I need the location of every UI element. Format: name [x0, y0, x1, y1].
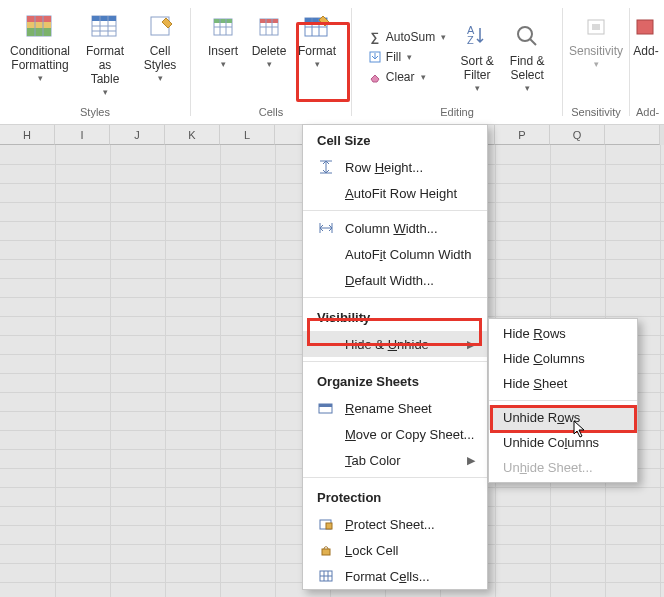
menu-autofit-row-height[interactable]: AutoFit Row Height: [303, 180, 487, 206]
fill-icon: [368, 50, 382, 64]
col-header[interactable]: H: [0, 125, 55, 145]
addins-button[interactable]: Add-: [630, 4, 662, 58]
menu-section-visibility: Visibility: [303, 302, 487, 331]
submenu-hide-columns[interactable]: Hide Columns: [489, 346, 637, 371]
sigma-icon: ∑: [368, 30, 382, 44]
svg-rect-3: [27, 28, 51, 36]
col-header[interactable]: Q: [550, 125, 605, 145]
group-styles: ConditionalFormatting ▾ Format asTable ▾…: [0, 0, 190, 124]
menu-rename-sheet[interactable]: Rename Sheet: [303, 395, 487, 421]
chevron-right-icon: ▶: [467, 338, 475, 351]
chevron-down-icon: ▾: [407, 52, 412, 62]
menu-column-width[interactable]: Column Width...: [303, 215, 487, 241]
group-cells: Insert ▾ Delete ▾ Format ▾: [191, 0, 351, 124]
insert-icon: [207, 10, 239, 42]
protect-sheet-icon: [317, 516, 335, 532]
group-label-sensitivity: Sensitivity: [569, 103, 623, 122]
delete-button[interactable]: Delete ▾: [246, 4, 292, 69]
menu-default-width[interactable]: Default Width...: [303, 267, 487, 293]
sort-filter-icon: AZ: [461, 20, 493, 52]
row-height-icon: [317, 159, 335, 175]
col-header[interactable]: [605, 125, 660, 145]
col-header[interactable]: J: [110, 125, 165, 145]
group-sensitivity: Sensitivity ▾ Sensitivity: [563, 0, 629, 124]
addins-icon: [630, 10, 662, 42]
lock-cell-icon: [317, 542, 335, 558]
menu-section-cell-size: Cell Size: [303, 125, 487, 154]
autosum-button[interactable]: ∑ AutoSum ▾: [362, 27, 452, 47]
find-select-button[interactable]: Find &Select ▾: [502, 14, 552, 93]
svg-rect-14: [214, 19, 232, 23]
chevron-down-icon: ▾: [38, 73, 43, 83]
hide-unhide-submenu: Hide Rows Hide Columns Hide Sheet Unhide…: [488, 318, 638, 483]
menu-protect-sheet[interactable]: Protect Sheet...: [303, 511, 487, 537]
svg-rect-2: [27, 22, 51, 28]
svg-rect-34: [592, 24, 600, 30]
menu-section-protection: Protection: [303, 482, 487, 511]
chevron-down-icon: ▾: [315, 59, 320, 69]
fill-button[interactable]: Fill ▾: [362, 47, 452, 67]
cell-styles-button[interactable]: CellStyles ▾: [136, 4, 184, 83]
format-as-table-button[interactable]: Format asTable ▾: [74, 4, 136, 97]
submenu-unhide-rows[interactable]: Unhide Rows: [489, 405, 637, 430]
menu-row-height[interactable]: Row Height...: [303, 154, 487, 180]
format-as-table-icon: [89, 10, 121, 42]
find-select-label: Find &Select: [510, 54, 545, 82]
svg-point-31: [518, 27, 532, 41]
svg-text:Z: Z: [467, 34, 474, 46]
insert-button[interactable]: Insert ▾: [200, 4, 246, 69]
svg-line-32: [530, 39, 536, 45]
cell-styles-icon: [144, 10, 176, 42]
chevron-down-icon: ▾: [103, 87, 108, 97]
group-editing: ∑ AutoSum ▾ Fill ▾ Clear ▾: [352, 0, 562, 124]
menu-section-organize-sheets: Organize Sheets: [303, 366, 487, 395]
conditional-formatting-label: ConditionalFormatting: [10, 44, 70, 72]
format-dropdown-menu: Cell Size Row Height... AutoFit Row Heig…: [302, 124, 488, 590]
format-cells-icon: [317, 568, 335, 584]
menu-lock-cell[interactable]: Lock Cell: [303, 537, 487, 563]
sensitivity-button[interactable]: Sensitivity ▾: [565, 4, 627, 69]
menu-format-cells[interactable]: Format Cells...: [303, 563, 487, 589]
chevron-down-icon: ▾: [594, 59, 599, 69]
svg-rect-44: [322, 549, 330, 555]
format-button[interactable]: Format ▾: [292, 4, 342, 69]
insert-label: Insert: [208, 44, 238, 58]
clear-label: Clear: [386, 70, 415, 84]
chevron-right-icon: ▶: [467, 454, 475, 467]
addins-label: Add-: [633, 44, 658, 58]
format-icon: [301, 10, 333, 42]
cell-styles-label: CellStyles: [144, 44, 177, 72]
submenu-unhide-columns[interactable]: Unhide Columns: [489, 430, 637, 455]
chevron-down-icon: ▾: [421, 72, 426, 82]
col-header[interactable]: K: [165, 125, 220, 145]
group-label-editing: Editing: [358, 103, 556, 122]
conditional-formatting-button[interactable]: ConditionalFormatting ▾: [6, 4, 74, 83]
chevron-down-icon: ▾: [475, 83, 480, 93]
ribbon: ConditionalFormatting ▾ Format asTable ▾…: [0, 0, 664, 125]
menu-move-or-copy-sheet[interactable]: Move or Copy Sheet...: [303, 421, 487, 447]
menu-hide-unhide[interactable]: Hide & Unhide ▶: [303, 331, 487, 357]
col-header[interactable]: P: [495, 125, 550, 145]
clear-button[interactable]: Clear ▾: [362, 67, 452, 87]
col-header[interactable]: L: [220, 125, 275, 145]
chevron-down-icon: ▾: [158, 73, 163, 83]
delete-label: Delete: [252, 44, 287, 58]
autosum-label: AutoSum: [386, 30, 435, 44]
svg-rect-7: [92, 16, 116, 21]
chevron-down-icon: ▾: [525, 83, 530, 93]
submenu-hide-sheet[interactable]: Hide Sheet: [489, 371, 637, 396]
submenu-hide-rows[interactable]: Hide Rows: [489, 321, 637, 346]
rename-sheet-icon: [317, 400, 335, 416]
group-label-addins: Add-: [636, 103, 656, 122]
menu-autofit-column-width[interactable]: AutoFit Column Width: [303, 241, 487, 267]
sort-filter-button[interactable]: AZ Sort &Filter ▾: [452, 14, 502, 93]
menu-tab-color[interactable]: Tab Color ▶: [303, 447, 487, 473]
sensitivity-icon: [580, 10, 612, 42]
delete-icon: [253, 10, 285, 42]
column-width-icon: [317, 220, 335, 236]
sensitivity-label: Sensitivity: [569, 44, 623, 58]
col-header[interactable]: I: [55, 125, 110, 145]
chevron-down-icon: ▾: [267, 59, 272, 69]
svg-rect-19: [260, 19, 278, 23]
group-label-styles: Styles: [6, 103, 184, 122]
